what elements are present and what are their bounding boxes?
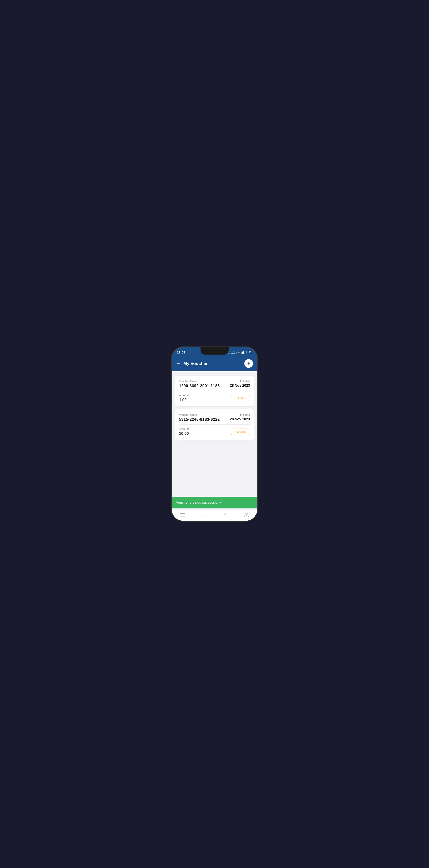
signal-bars: [241, 351, 244, 354]
voucher-top-row-2: Voucher Code 5315-2246-8183-6222 Initiat…: [179, 413, 250, 422]
status-icons: 4.00KB/S VoLTED 4.50 25: [226, 350, 252, 354]
voucher-list: Voucher Code 1290-6692-2001-1185 Initiat…: [172, 371, 257, 497]
phone-screen: 17:59 4.00KB/S VoLTED 4.50 25: [172, 347, 257, 521]
amount-label-1: Amount: [179, 394, 189, 397]
nav-home-icon[interactable]: [202, 513, 206, 517]
nav-back-icon[interactable]: [223, 513, 227, 517]
voucher-bottom-row-1: Amount 1.00 Not Used: [179, 394, 250, 402]
signal-bar-4: [243, 351, 244, 354]
signal-bar-7: [246, 351, 247, 353]
success-toast: Voucher created successfully: [172, 497, 257, 508]
amount-section-2: Amount 10.00: [179, 427, 189, 436]
header-left: ← My Voucher: [176, 361, 208, 366]
initiated-section-1: Initiated 28 Nov 2023: [230, 379, 250, 388]
voucher-bottom-row-2: Amount 10.00 Not Used: [179, 427, 250, 436]
voucher-top-row-1: Voucher Code 1290-6692-2001-1185 Initiat…: [179, 379, 250, 388]
signal-bar-6: [246, 352, 246, 353]
voucher-code-value-1: 1290-6692-2001-1185: [179, 384, 220, 388]
nav-menu-icon[interactable]: [180, 513, 185, 517]
voucher-card-1: Voucher Code 1290-6692-2001-1185 Initiat…: [175, 376, 254, 406]
svg-point-4: [246, 513, 247, 515]
back-button[interactable]: ←: [176, 361, 181, 366]
voucher-card-2: Voucher Code 5315-2246-8183-6222 Initiat…: [175, 409, 254, 440]
page-title: My Voucher: [183, 361, 208, 366]
battery-icon: 25: [248, 351, 252, 354]
not-used-badge-1[interactable]: Not Used: [231, 395, 250, 401]
svg-rect-3: [202, 513, 206, 517]
signal-bars-2: [245, 351, 247, 353]
signal-bar-3: [242, 351, 243, 354]
amount-section-1: Amount 1.00: [179, 394, 189, 402]
nav-person-icon[interactable]: [244, 513, 249, 517]
status-time: 17:59: [177, 350, 185, 354]
voucher-code-value-2: 5315-2246-8183-6222: [179, 417, 220, 422]
voucher-code-label-1: Voucher Code: [179, 379, 220, 383]
speed-icon: 4.50: [236, 351, 240, 353]
add-voucher-button[interactable]: +: [244, 359, 253, 368]
phone-frame: 17:59 4.00KB/S VoLTED 4.50 25: [172, 347, 257, 521]
signal-bar-5: [245, 352, 245, 353]
amount-value-2: 10.00: [179, 431, 189, 436]
initiated-section-2: Initiated 28 Nov 2023: [230, 413, 250, 421]
initiated-date-2: 28 Nov 2023: [230, 417, 250, 421]
not-used-badge-2[interactable]: Not Used: [231, 429, 250, 435]
battery-level: 25: [249, 351, 251, 353]
amount-value-1: 1.00: [179, 398, 189, 402]
amount-label-2: Amount: [179, 427, 189, 431]
app-header: ← My Voucher +: [172, 356, 257, 371]
signal-bar-2: [242, 352, 242, 354]
voucher-code-label-2: Voucher Code: [179, 413, 220, 416]
success-message: Voucher created successfully: [176, 501, 221, 504]
initiated-label-2: Initiated: [230, 413, 250, 416]
voucher-code-section-1: Voucher Code 1290-6692-2001-1185: [179, 379, 220, 388]
initiated-date-1: 28 Nov 2023: [230, 384, 250, 388]
notch: [201, 347, 229, 354]
voucher-code-section-2: Voucher Code 5315-2246-8183-6222: [179, 413, 220, 422]
signal-bar-1: [241, 353, 241, 354]
vo-lted-icon: VoLTED: [231, 350, 236, 354]
bottom-nav: [172, 510, 257, 521]
initiated-label-1: Initiated: [230, 379, 250, 383]
